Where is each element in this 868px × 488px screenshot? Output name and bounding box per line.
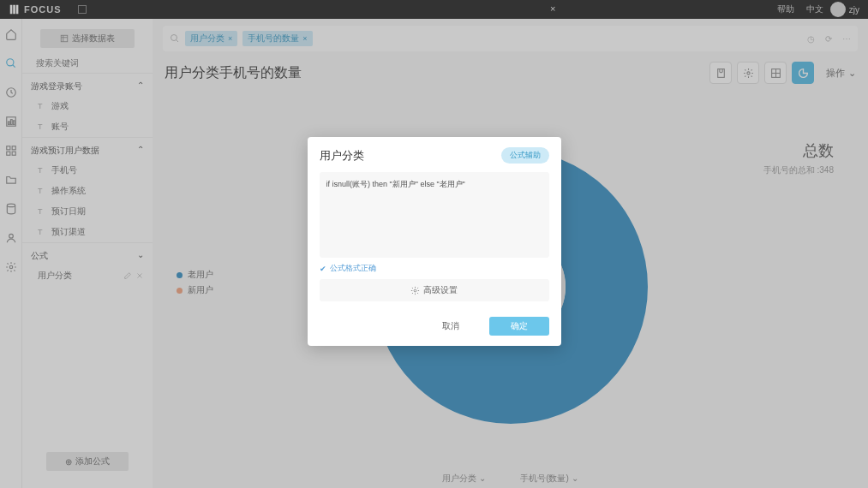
ok-button[interactable]: 确定 [489, 317, 549, 336]
formula-help-button[interactable]: 公式辅助 [501, 147, 549, 164]
modal-overlay[interactable]: × 用户分类 公式辅助 if isnull(账号) then "新用户" els… [0, 0, 868, 488]
formula-text: if isnull(账号) then "新用户" else "老用户" [326, 180, 465, 188]
check-icon: ✔ [320, 265, 326, 273]
advanced-label: 高级设置 [423, 284, 458, 296]
formula-valid: ✔ 公式格式正确 [320, 263, 549, 274]
gear-icon [410, 286, 420, 295]
cancel-button[interactable]: 取消 [421, 317, 481, 336]
svg-point-32 [414, 289, 416, 292]
modal-title: 用户分类 [320, 148, 364, 164]
close-icon[interactable]: × [550, 3, 555, 14]
valid-text: 公式格式正确 [330, 263, 376, 274]
advanced-settings-button[interactable]: 高级设置 [320, 279, 549, 301]
formula-textarea[interactable]: if isnull(账号) then "新用户" else "老用户" [320, 172, 549, 258]
formula-modal: 用户分类 公式辅助 if isnull(账号) then "新用户" else … [308, 137, 561, 346]
